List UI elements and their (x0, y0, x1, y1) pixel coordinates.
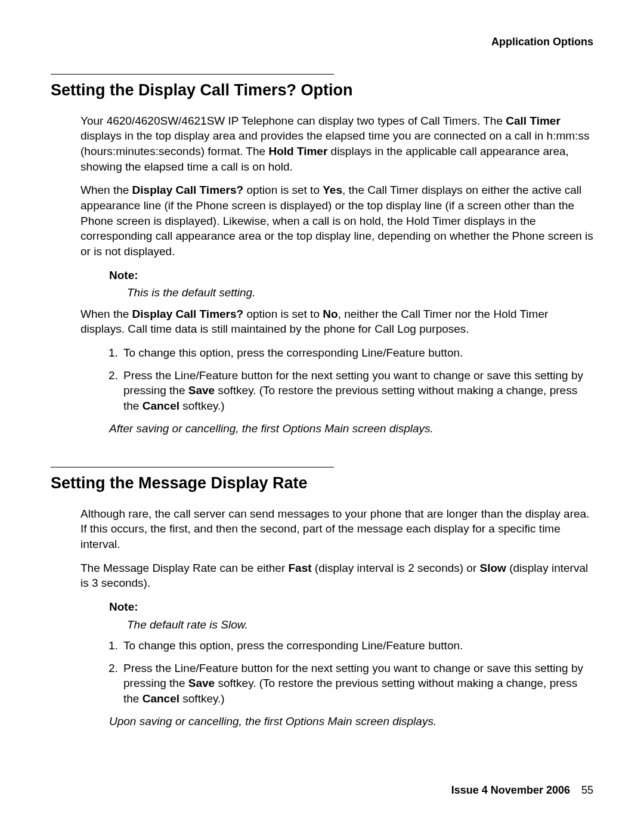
bold: Slow (480, 562, 506, 574)
step-1: To change this option, press the corresp… (121, 638, 593, 654)
note-body: The default rate is Slow. (127, 617, 593, 633)
bold: Save (188, 677, 215, 689)
bold: Yes (323, 184, 342, 196)
page: Application Options Setting the Display … (0, 0, 644, 833)
bold: Cancel (143, 400, 179, 412)
note-label: Note: (109, 599, 593, 615)
text: Your 4620/4620SW/4621SW IP Telephone can… (80, 114, 506, 127)
bold: Display Call Timers? (132, 308, 244, 320)
section2-body: Although rare, the call server can send … (80, 506, 593, 729)
text: option is set to (243, 184, 323, 196)
section1-p3: When the Display Call Timers? option is … (80, 306, 593, 337)
section2-steps: To change this option, press the corresp… (80, 638, 593, 707)
running-header: Application Options (51, 35, 593, 49)
section1-steps: To change this option, press the corresp… (80, 345, 593, 414)
section2-p1: Although rare, the call server can send … (80, 506, 593, 552)
bold: Fast (289, 562, 312, 574)
text: softkey.) (179, 400, 225, 412)
page-footer: Issue 4 November 2006 55 (451, 783, 593, 797)
section1-p2: When the Display Call Timers? option is … (80, 182, 593, 259)
bold: Hold Timer (268, 145, 327, 157)
section-gap (51, 447, 593, 467)
bold: Cancel (143, 692, 179, 705)
step-1: To change this option, press the corresp… (121, 345, 593, 361)
section2-title: Setting the Message Display Rate (51, 472, 593, 494)
section2-p2: The Message Display Rate can be either F… (80, 561, 593, 591)
text: When the (80, 308, 132, 320)
section1-p1: Your 4620/4620SW/4621SW IP Telephone can… (80, 113, 593, 175)
note-body: This is the default setting. (127, 285, 593, 301)
section2-after-note: Upon saving or cancelling, the first Opt… (109, 714, 593, 729)
bold: No (323, 308, 338, 320)
section-rule (51, 74, 334, 75)
section1-body: Your 4620/4620SW/4621SW IP Telephone can… (80, 113, 593, 436)
step-2: Press the Line/Feature button for the ne… (121, 368, 593, 414)
page-number: 55 (581, 784, 593, 796)
text: softkey.) (179, 692, 225, 705)
bold: Display Call Timers? (132, 184, 244, 196)
section-rule (51, 467, 334, 467)
step-2: Press the Line/Feature button for the ne… (121, 661, 593, 707)
section1-title: Setting the Display Call Timers? Option (51, 79, 593, 101)
bold: Save (188, 384, 215, 397)
section1-after-note: After saving or cancelling, the first Op… (109, 421, 593, 436)
text: (display interval is 2 seconds) or (312, 562, 480, 574)
text: The Message Display Rate can be either (80, 562, 289, 574)
issue-label: Issue 4 November 2006 (451, 784, 570, 796)
note-label: Note: (109, 268, 593, 283)
text: When the (80, 184, 132, 196)
bold: Call Timer (506, 114, 561, 127)
text: option is set to (243, 308, 323, 320)
